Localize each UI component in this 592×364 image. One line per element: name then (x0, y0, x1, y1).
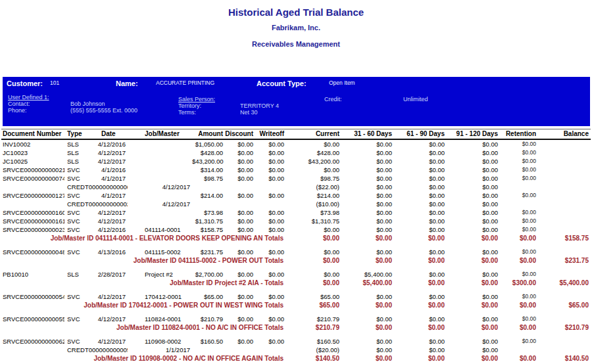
total-31-60-days: $0.00 (341, 301, 394, 309)
cell-31-60-days: $5,400.00 (341, 270, 394, 279)
cell-writeoff: $0.00 (255, 174, 286, 183)
total-31-60-days: $0.00 (341, 256, 394, 265)
credit-document-id: CREDT000000000002 (64, 200, 128, 208)
document-row: SRVCE000000000127SVC4/1/2017$214.00$0.00… (1, 191, 591, 200)
cell-balance (538, 174, 591, 183)
job-master-total-row: Job/Master ID 041114-0001 - ELEVATOR DOO… (1, 234, 591, 242)
cell-amount: $214.00 (192, 191, 225, 200)
cell-retention: $0.00 (500, 225, 538, 234)
spacer (1, 242, 591, 248)
cell-retention: $0.00 (500, 166, 538, 174)
cell-writeoff (255, 200, 286, 208)
cell-date: 4/12/2016 (95, 225, 128, 234)
cell-date: 4/12/2017 (95, 148, 128, 157)
cell-amount: $73.98 (192, 208, 225, 217)
cell-document-number (1, 183, 64, 191)
report-table-body: INV10002SLS4/12/2016$1,050.00$0.00$0.00$… (1, 139, 591, 363)
cell-discount: $0.00 (225, 248, 255, 256)
cell-discount (225, 200, 255, 208)
credit-document-id: CREDT000000000005 (64, 346, 128, 354)
job-master-total-row: Job/Master ID 170412-0001 - POWER OUT IN… (1, 301, 591, 309)
cell-balance (538, 292, 591, 301)
cell-31-60-days: $0.00 (341, 191, 394, 200)
sales-person-label: Sales Person: (178, 96, 215, 102)
contact-label: Contact: (8, 101, 30, 107)
col-writeoff: Writeoff (255, 129, 286, 140)
total-current: $0.00 (286, 279, 341, 287)
cell-91-120-days: $0.00 (447, 200, 500, 208)
document-row: JC10023SLS4/12/2017$428.00$0.00$0.00$428… (1, 148, 591, 157)
cell-amount (192, 200, 225, 208)
cell-amount: $65.00 (192, 292, 225, 301)
cell-61-90-days: $0.00 (394, 183, 447, 191)
col-job-master: Job/Master (128, 129, 192, 140)
cell-current: $65.00 (286, 292, 341, 301)
contact-value: Bob Johnson (70, 101, 105, 107)
cell-retention: $0.00 (500, 292, 538, 301)
total-balance: $231.75 (538, 256, 591, 265)
cell-current: $98.75 (286, 174, 341, 183)
cell-balance (538, 139, 591, 148)
total-91-120-days: $0.00 (447, 256, 500, 265)
cell-retention: $0.00 (500, 337, 538, 346)
document-row: SRVCE000000000048SVC4/13/2016041115-0002… (1, 248, 591, 256)
cell-writeoff: $0.00 (255, 191, 286, 200)
spacer (1, 309, 591, 315)
cell-writeoff: $0.00 (255, 157, 286, 166)
job-master-total-row: Job/Master ID 110908-0002 - NO A/C IN OF… (1, 354, 591, 363)
col-date: Date (95, 129, 128, 140)
job-master-total-label: Job/Master ID 110824-0001 - NO A/C IN OF… (1, 323, 286, 332)
cell-discount: $0.00 (225, 157, 255, 166)
cell-balance (538, 183, 591, 191)
cell-91-120-days: $0.00 (447, 337, 500, 346)
cell-retention: $0.00 (500, 148, 538, 157)
cell-amount: $2,700.00 (192, 270, 225, 279)
job-master-total-row: Job/Master ID Project #2 AIA - Totals$0.… (1, 279, 591, 287)
cell-discount: $0.00 (225, 270, 255, 279)
cell-amount: $160.50 (192, 337, 225, 346)
spacer-row (1, 332, 591, 337)
document-row: INV10002SLS4/12/2016$1,050.00$0.00$0.00$… (1, 139, 591, 148)
cell-91-120-days: $0.00 (447, 174, 500, 183)
cell-job-master (128, 139, 192, 148)
cell-amount: $1,050.00 (192, 139, 225, 148)
cell-31-60-days: $0.00 (341, 157, 394, 166)
job-master-total-label: Job/Master ID 110908-0002 - NO A/C IN OF… (1, 354, 286, 363)
cell-date: 4/1/2017 (95, 191, 128, 200)
total-61-90-days: $0.00 (394, 279, 447, 287)
total-91-120-days: $0.00 (447, 234, 500, 242)
cell-job-master: 110824-0001 (128, 315, 192, 323)
total-61-90-days: $0.00 (394, 354, 447, 363)
cell-61-90-days: $0.00 (394, 208, 447, 217)
cell-retention: $0.00 (500, 191, 538, 200)
cell-amount: $428.00 (192, 148, 225, 157)
cell-31-60-days: $0.00 (341, 139, 394, 148)
col-document-number: Document Number (1, 129, 64, 140)
cell-61-90-days: $0.00 (394, 157, 447, 166)
job-master-total-label: Job/Master ID 170412-0001 - POWER OUT IN… (1, 301, 286, 309)
cell-type: SLS (64, 270, 95, 279)
cell-91-120-days: $0.00 (447, 292, 500, 301)
cell-61-90-days: $0.00 (394, 200, 447, 208)
cell-date: 4/1/2016 (95, 166, 128, 174)
col-discount: Discount (225, 129, 255, 140)
cell-writeoff: $0.00 (255, 315, 286, 323)
cell-date: 4/12/2017 (95, 157, 128, 166)
cell-type: SVC (64, 225, 95, 234)
cell-61-90-days: $0.00 (394, 225, 447, 234)
customer-header-bar: Customer: 101 Name: ACCURATE PRINTING Ac… (3, 77, 590, 126)
cell-date: 2/28/2017 (95, 270, 128, 279)
cell-date: 4/12/2017 (95, 292, 128, 301)
total-retention: $0.00 (500, 234, 538, 242)
cell-balance (538, 346, 591, 354)
cell-type: SVC (64, 166, 95, 174)
cell-31-60-days: $0.00 (341, 208, 394, 217)
document-row: SRVCE000000000055SVC4/12/2017110824-0001… (1, 315, 591, 323)
cell-61-90-days: $0.00 (394, 292, 447, 301)
total-31-60-days: $0.00 (341, 354, 394, 363)
spacer-row (1, 309, 591, 315)
cell-balance (538, 208, 591, 217)
cell-type: SVC (64, 208, 95, 217)
cell-amount: $231.75 (192, 248, 225, 256)
cell-amount: $43,200.00 (192, 157, 225, 166)
